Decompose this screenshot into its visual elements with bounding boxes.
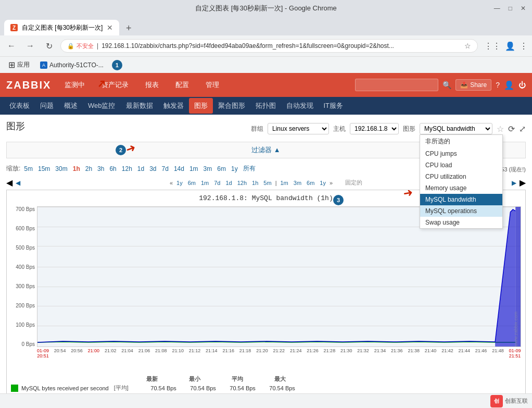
nav-aggregate[interactable]: 聚合图形	[213, 98, 250, 114]
account-icon[interactable]: 👤	[505, 41, 515, 51]
tab-label: 自定义图表 [每30秒刷新一次]	[22, 23, 103, 32]
dropdown-item-mysql-operations[interactable]: MySQL operations	[420, 205, 502, 217]
period-7d-prev[interactable]: 7d	[212, 179, 222, 187]
more-icon[interactable]: ⋮	[520, 41, 528, 51]
tab-close-btn[interactable]: ✕	[107, 23, 113, 32]
period-6m-prev[interactable]: 6m	[186, 179, 197, 187]
period-1y-next[interactable]: 1y	[318, 179, 327, 187]
window-controls[interactable]: — □ ✕	[494, 5, 526, 12]
nav-web-monitoring[interactable]: Web监控	[83, 98, 121, 114]
nav-problems[interactable]: 问题	[35, 98, 59, 114]
zoom-1d[interactable]: 1d	[136, 165, 146, 173]
dropdown-item-cpu-load[interactable]: CPU load	[420, 159, 502, 171]
nav-monitoring[interactable]: 监测中	[61, 78, 88, 92]
dropdown-item-mysql-bandwidth[interactable]: MySQL bandwidth	[420, 194, 502, 205]
zoom-all[interactable]: 所有	[242, 164, 257, 174]
zoom-6m[interactable]: 6m	[216, 165, 227, 173]
nav-overview[interactable]: 概述	[59, 98, 83, 114]
zoom-6h[interactable]: 6h	[108, 165, 118, 173]
graph-select[interactable]: MySQL bandwidth	[420, 123, 492, 134]
forward-button[interactable]: →	[23, 39, 37, 53]
period-1y-prev[interactable]: 1y	[175, 179, 184, 187]
favorite-icon[interactable]: ☆	[497, 124, 504, 134]
zoom-2h[interactable]: 2h	[84, 165, 94, 173]
user-icon[interactable]: 👤	[504, 80, 514, 90]
zoom-3d[interactable]: 3d	[148, 165, 158, 173]
close-btn[interactable]: ✕	[521, 5, 526, 12]
new-tab-button[interactable]: +	[121, 21, 136, 35]
zoom-15m[interactable]: 15m	[36, 165, 52, 173]
y-label-400: 400 Bps	[16, 264, 35, 270]
zoom-30m[interactable]: 30m	[54, 165, 69, 173]
period-6m-next[interactable]: 6m	[305, 179, 316, 187]
search-icon[interactable]: 🔍	[442, 81, 451, 89]
zoom-bar: 缩放: 5m 15m 30m 1h 2h 3h 6h 12h 1d 3d 7d …	[6, 164, 257, 174]
fixed-label: 固定的	[345, 179, 362, 187]
fullscreen-icon[interactable]: ⤢	[519, 124, 526, 134]
dropdown-item-cpu-utilization[interactable]: CPU utilization	[420, 171, 502, 182]
maximize-btn[interactable]: □	[509, 5, 512, 12]
nav-dashboard[interactable]: 仪表板	[4, 98, 35, 114]
zoom-1m[interactable]: 1m	[188, 165, 200, 173]
global-search[interactable]	[355, 79, 438, 91]
host-select[interactable]: 192.168.1.8	[350, 123, 399, 134]
period-5m-prev[interactable]: 5m	[262, 179, 273, 187]
nav-graphs[interactable]: 图形	[189, 98, 213, 114]
refresh-button[interactable]: ↻	[42, 39, 56, 53]
nav-prev-icon[interactable]: ◀	[14, 179, 22, 187]
nav-admin[interactable]: 管理	[202, 78, 222, 92]
group-select[interactable]: Linux servers	[268, 123, 329, 134]
nav-triggers[interactable]: 触发器	[158, 98, 189, 114]
zoom-14d[interactable]: 14d	[172, 165, 186, 173]
minimize-btn[interactable]: —	[494, 5, 500, 12]
prev-arrow[interactable]: ◀	[6, 178, 12, 188]
nav-it-services[interactable]: IT服务	[319, 98, 349, 114]
nav-latest-data[interactable]: 最新数据	[121, 98, 158, 114]
nav-config[interactable]: 配置	[172, 78, 192, 92]
zoom-1h[interactable]: 1h	[71, 165, 82, 173]
zoom-3m[interactable]: 3m	[202, 165, 214, 173]
nav-next-icon[interactable]: ▶	[510, 179, 518, 187]
zoom-1y[interactable]: 1y	[230, 165, 239, 173]
authority-bookmark[interactable]: A Authority-51CTO-...	[36, 60, 108, 70]
apps-grid-icon: ⊞	[8, 60, 15, 70]
filter-toggle[interactable]: 过滤器 ▲	[251, 145, 280, 155]
dropdown-item-swap-usage[interactable]: Swap usage	[420, 217, 502, 228]
zoom-3h[interactable]: 3h	[96, 165, 106, 173]
extensions-icon[interactable]: ⋮⋮	[484, 41, 501, 51]
nav-assets[interactable]: 资产记录	[98, 78, 132, 92]
address-input[interactable]: 🔒 不安全 | 192.168.1.10/zabbix/charts.php?s…	[60, 39, 478, 53]
period-1d-prev[interactable]: 1d	[224, 179, 233, 187]
nav-reports[interactable]: 报表	[142, 78, 162, 92]
period-1m-prev[interactable]: 1m	[199, 179, 210, 187]
nav-topology[interactable]: 拓扑图	[250, 98, 281, 114]
nav-discovery[interactable]: 自动发现	[281, 98, 319, 114]
zoom-12h[interactable]: 12h	[120, 165, 134, 173]
browser-tab-active[interactable]: Z 自定义图表 [每30秒刷新一次] ✕	[4, 20, 119, 35]
brand-logo: 创 创新互联	[490, 395, 528, 407]
y-label-500: 500 Bps	[16, 245, 35, 251]
legend-header-latest: 最新	[146, 375, 158, 383]
power-icon[interactable]: ⏻	[518, 81, 526, 89]
dropdown-item-none[interactable]: 非所选的	[420, 135, 502, 148]
period-12h-prev[interactable]: 12h	[236, 179, 248, 187]
period-1h-prev[interactable]: 1h	[250, 179, 260, 187]
zoom-5m[interactable]: 5m	[22, 165, 34, 173]
zabbix-favicon: Z	[10, 24, 18, 31]
back-button[interactable]: ←	[4, 39, 19, 53]
help-icon[interactable]: ?	[496, 81, 500, 89]
legend-header-max: 最大	[274, 375, 286, 383]
dropdown-item-memory-usage[interactable]: Memory usage	[420, 182, 502, 194]
zabbix-logo[interactable]: ZABBIX	[6, 79, 51, 91]
period-1m-next[interactable]: 1m	[278, 179, 289, 187]
apps-bookmark[interactable]: ⊞ 应用	[4, 59, 34, 71]
legend-latest-1: 70.54 Bps	[140, 385, 176, 391]
dropdown-item-cpu-jumps[interactable]: CPU jumps	[420, 148, 502, 159]
zoom-7d[interactable]: 7d	[160, 165, 170, 173]
bookmark-star-icon[interactable]: ☆	[464, 42, 471, 50]
next-arrow[interactable]: ▶	[520, 178, 526, 188]
period-3m-next[interactable]: 3m	[292, 179, 303, 187]
refresh-graph-icon[interactable]: ⟳	[508, 124, 515, 134]
share-button[interactable]: 📤 Share	[455, 79, 491, 91]
bookmark-label: Authority-51CTO-...	[49, 61, 104, 69]
